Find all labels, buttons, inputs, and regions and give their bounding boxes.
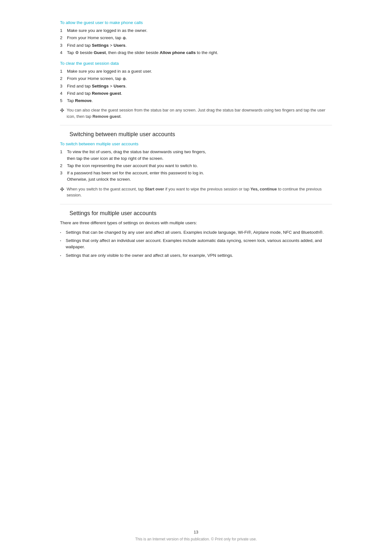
step-number: 2 [60,163,67,169]
clear-guest-heading: To clear the guest session data [60,61,332,66]
list-item: 1 Make sure you are logged in as a guest… [60,68,332,75]
footer-note: This is an Internet version of this publ… [135,537,257,541]
step-number: 1 [60,27,67,34]
switching-steps: 1 To view the list of users, drag the st… [60,149,332,183]
list-item: 3 Find and tap Settings > Users. [60,42,332,49]
clear-guest-steps: 1 Make sure you are logged in as a guest… [60,68,332,104]
page-number: 13 [0,530,392,534]
gear-icon: ⚙ [75,50,79,56]
list-item: 3 If a password has been set for the acc… [60,170,332,183]
step-text: Make sure you are logged in as a guest u… [67,68,332,75]
bullet-text: Settings that only affect an individual … [66,238,332,250]
step-text: Tap ⚙ beside Guest, then drag the slider… [67,50,332,56]
section-settings: Settings for multiple user accounts Ther… [60,210,332,259]
step-number: 4 [60,90,67,97]
step-text: From your Home screen, tap ⊕. [67,75,332,82]
list-item: 1 To view the list of users, drag the st… [60,149,332,162]
step-number: 2 [60,75,67,82]
section-divider [60,125,332,125]
section-switching: Switching between multiple user accounts… [60,131,332,198]
step-number: 3 [60,170,67,176]
section-divider-2 [60,204,332,204]
bullet-dot: ● [60,238,66,242]
list-item: 3 Find and tap Settings > Users. [60,83,332,89]
list-item: ● Settings that can be changed by any us… [60,229,332,236]
step-number: 4 [60,50,67,56]
step-text: Tap the icon representing the user accou… [67,163,332,169]
step-text: If a password has been set for the accou… [67,170,332,183]
step-number: 2 [60,35,67,41]
step-text: Find and tap Settings > Users. [67,83,332,89]
list-item: 2 From your Home screen, tap ⊕. [60,35,332,41]
phone-calls-steps: 1 Make sure you are logged in as the own… [60,27,332,56]
bullet-text: Settings that can be changed by any user… [66,229,332,236]
apps-icon: ⊕ [123,35,126,41]
bullet-dot: ● [60,229,66,234]
step-number: 5 [60,98,67,104]
step-text: Make sure you are logged in as the owner… [67,27,332,34]
step-number: 3 [60,83,67,89]
settings-bullets: ● Settings that can be changed by any us… [60,229,332,259]
list-item: 2 From your Home screen, tap ⊕. [60,75,332,82]
tip-box-clear-guest: ✤ You can also clear the guest session f… [60,107,332,119]
settings-h2: Settings for multiple user accounts [60,210,332,217]
step-number: 1 [60,149,67,155]
step-text: Tap Remove. [67,98,332,104]
bullet-text: Settings that are only visible to the ow… [66,252,332,259]
step-number: 3 [60,42,67,49]
step-text: To view the list of users, drag the stat… [67,149,332,162]
list-item: ● Settings that only affect an individua… [60,238,332,250]
tip-icon: ✤ [60,107,64,113]
list-item: 1 Make sure you are logged in as the own… [60,27,332,34]
bullet-dot: ● [60,252,66,257]
tip-text: When you switch to the guest account, ta… [67,186,332,198]
switching-heading: To switch between multiple user accounts [60,142,332,146]
list-item: 2 Tap the icon representing the user acc… [60,163,332,169]
list-item: 4 Find and tap Remove guest. [60,90,332,97]
tip-box-switching: ✤ When you switch to the guest account, … [60,186,332,198]
list-item: 4 Tap ⚙ beside Guest, then drag the slid… [60,50,332,56]
page: To allow the guest user to make phone ca… [0,0,392,554]
step-text: Find and tap Settings > Users. [67,42,332,49]
apps-icon: ⊕ [123,76,126,82]
step-text: From your Home screen, tap ⊕. [67,35,332,41]
step-text: Find and tap Remove guest. [67,90,332,97]
settings-intro: There are three different types of setti… [60,220,332,226]
section-phone-calls: To allow the guest user to make phone ca… [60,20,332,56]
list-item: ● Settings that are only visible to the … [60,252,332,259]
switching-h2: Switching between multiple user accounts [60,131,332,138]
step-number: 1 [60,68,67,75]
phone-calls-heading: To allow the guest user to make phone ca… [60,20,332,25]
section-clear-guest: To clear the guest session data 1 Make s… [60,61,332,119]
list-item: 5 Tap Remove. [60,98,332,104]
tip-text: You can also clear the guest session fro… [67,107,332,119]
page-footer: 13 This is an Internet version of this p… [0,530,392,541]
tip-icon: ✤ [60,186,64,192]
